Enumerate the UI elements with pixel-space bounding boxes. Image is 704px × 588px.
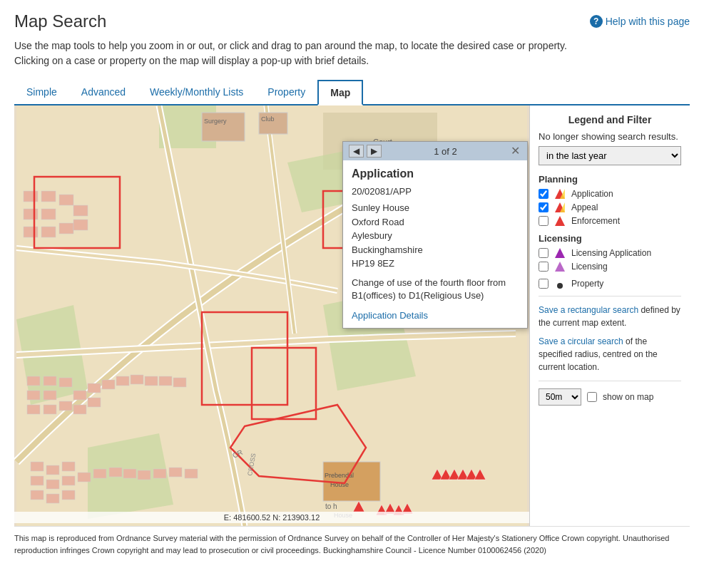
svg-rect-39 [62,462,75,471]
help-label: Help with this page [606,16,690,27]
legend-icon-property [553,279,567,289]
svg-rect-31 [102,380,115,389]
svg-rect-27 [73,391,86,400]
svg-rect-25 [44,405,56,414]
svg-rect-74 [202,113,245,141]
svg-text:Surgery: Surgery [204,118,227,125]
svg-rect-42 [62,476,75,485]
svg-rect-28 [73,405,86,414]
tab-map[interactable]: Map [317,80,363,105]
legend-icon-licensing-application [553,248,567,258]
legend-panel: Legend and Filter No longer showing sear… [529,105,690,526]
legend-label-licensing-application: Licensing Application [571,248,651,258]
svg-marker-123 [555,262,565,272]
map-popup: ◀ ▶ 1 of 2 ✕ Application 20/02081/APP Su… [342,141,528,329]
popup-header: ◀ ▶ 1 of 2 ✕ [343,142,527,160]
popup-counter: 1 of 2 [434,146,457,157]
legend-time-period-select[interactable]: in the last year in the last 2 years in … [539,146,681,165]
legend-checkbox-property[interactable] [539,279,549,289]
popup-description: Change of use of the fourth floor from B… [352,277,519,302]
svg-rect-34 [145,376,158,386]
svg-rect-35 [159,376,172,386]
legend-item-licensing: Licensing [539,262,681,272]
legend-label-appeal: Appeal [571,202,598,212]
legend-label-enforcement: Enforcement [571,216,620,226]
svg-rect-36 [173,378,186,387]
legend-label-property: Property [571,279,603,289]
main-content: Court [14,105,690,526]
svg-rect-9 [24,191,38,202]
svg-text:Club: Club [261,115,275,123]
popup-address: Sunley House Oxford Road Aylesbury Bucki… [352,201,519,271]
popup-close-button[interactable]: ✕ [509,145,521,157]
svg-rect-48 [153,469,166,478]
svg-rect-11 [59,195,73,205]
legend-show-on-map-checkbox[interactable] [587,392,597,402]
tab-simple[interactable]: Simple [14,80,69,105]
legend-licensing-title: Licensing [539,233,681,244]
popup-body: Application 20/02081/APP Sunley House Ox… [343,160,527,328]
svg-rect-23 [44,391,56,400]
svg-rect-40 [31,476,44,485]
svg-rect-12 [24,209,38,220]
svg-rect-30 [88,398,101,407]
popup-next-button[interactable]: ▶ [367,145,382,158]
legend-checkbox-enforcement[interactable] [539,216,549,226]
svg-point-124 [557,283,563,289]
legend-checkbox-application[interactable] [539,189,549,199]
legend-item-property: Property [539,279,681,289]
svg-rect-19 [27,376,40,386]
svg-rect-16 [59,223,73,234]
svg-rect-24 [27,405,40,414]
legend-save-circular: Save a circular search of the specified … [539,335,681,373]
map-area[interactable]: Court [14,105,529,526]
legend-checkbox-licensing-application[interactable] [539,248,549,258]
tab-property[interactable]: Property [255,80,317,105]
svg-rect-46 [123,469,136,478]
svg-rect-49 [169,468,182,477]
svg-rect-26 [59,401,72,411]
svg-rect-10 [41,191,56,202]
svg-rect-41 [46,480,59,489]
legend-item-appeal: Appeal [539,202,681,212]
map-coordinates: E: 481600.52 N: 213903.12 [14,512,529,523]
legend-divider-1 [539,296,681,296]
svg-text:to h: to h [325,502,337,510]
popup-prev-button[interactable]: ◀ [349,145,364,158]
legend-item-application: Application [539,189,681,199]
legend-save-links: Save a rectangular search defined by the… [539,304,681,373]
svg-rect-52 [46,494,59,503]
save-rectangular-link[interactable]: Save a rectangular search [539,305,638,315]
popup-type: Application [352,167,519,180]
svg-rect-29 [88,383,101,393]
legend-checkbox-appeal[interactable] [539,202,549,212]
legend-checkbox-licensing[interactable] [539,262,549,272]
legend-save-rectangular: Save a rectangular search defined by the… [539,304,681,329]
legend-icon-enforcement [553,216,567,226]
legend-planning-title: Planning [539,174,681,185]
legend-divider-2 [539,381,681,381]
tab-weekly-monthly[interactable]: Weekly/Monthly Lists [138,80,255,105]
svg-rect-44 [93,469,106,478]
svg-rect-51 [31,490,44,500]
svg-rect-21 [59,378,72,387]
svg-rect-43 [78,473,91,482]
save-circular-link[interactable]: Save a circular search [539,336,623,346]
svg-rect-18 [73,220,88,230]
help-link[interactable]: ? Help with this page [590,15,690,28]
legend-title: Legend and Filter [539,114,681,125]
legend-label-licensing: Licensing [571,262,608,272]
svg-rect-22 [27,391,40,400]
legend-no-results: No longer showing search results. [539,131,681,142]
tab-advanced[interactable]: Advanced [69,80,138,105]
map-footer: This map is reproduced from Ordnance Sur… [14,526,690,562]
legend-distance-select[interactable]: 50m 100m 200m 500m 1km [539,388,581,406]
tab-bar: Simple Advanced Weekly/Monthly Lists Pro… [14,78,690,105]
popup-details-link[interactable]: Application Details [352,310,428,321]
svg-marker-121 [555,216,565,226]
legend-icon-licensing [553,262,567,272]
svg-rect-17 [73,205,88,216]
svg-rect-13 [41,209,56,220]
svg-rect-14 [24,227,38,237]
legend-licensing-section: Licensing Licensing Application [539,233,681,272]
